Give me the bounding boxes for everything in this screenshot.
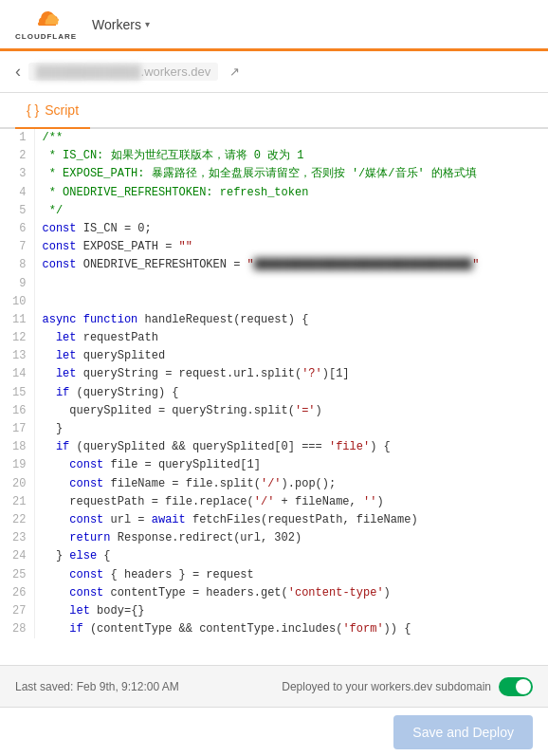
line-code: const url = await fetchFiles(requestPath… (34, 511, 548, 529)
line-number: 27 (0, 602, 34, 620)
table-row: 4 * ONEDRIVE_REFRESHTOKEN: refresh_token (0, 184, 548, 202)
table-row: 6const IS_CN = 0; (0, 220, 548, 238)
table-row: 10 (0, 293, 548, 311)
worker-url-blurred: ████████████ (36, 65, 141, 79)
line-number: 26 (0, 584, 34, 602)
line-number: 9 (0, 275, 34, 293)
table-row: 7const EXPOSE_PATH = "" (0, 238, 548, 256)
line-number: 19 (0, 456, 34, 474)
line-number: 18 (0, 438, 34, 456)
line-number: 12 (0, 329, 34, 347)
cloudflare-cloud-icon (26, 8, 67, 32)
line-code: if (querySplited && querySplited[0] === … (34, 438, 548, 456)
line-code: let queryString = request.url.split('?')… (34, 365, 548, 383)
line-code: } (34, 420, 548, 438)
save-status: Last saved: Feb 9th, 9:12:00 AM (15, 680, 179, 693)
sub-nav: ‹ ████████████.workers.dev ↗ (0, 51, 548, 93)
line-code: * IS_CN: 如果为世纪互联版本，请将 0 改为 1 (34, 147, 548, 165)
line-code: if (contentType && contentType.includes(… (34, 620, 548, 638)
table-row: 8const ONEDRIVE_REFRESHTOKEN = "████████… (0, 256, 548, 274)
table-row: 24 } else { (0, 547, 548, 565)
table-row: 19 const file = querySplited[1] (0, 456, 548, 474)
line-number: 16 (0, 402, 34, 420)
line-number: 23 (0, 529, 34, 547)
table-row: 2 * IS_CN: 如果为世纪互联版本，请将 0 改为 1 (0, 147, 548, 165)
line-number: 25 (0, 566, 34, 584)
line-number: 13 (0, 347, 34, 365)
worker-url: ████████████.workers.dev (28, 63, 218, 81)
chevron-down-icon: ▾ (145, 19, 150, 29)
line-code: const { headers } = request (34, 566, 548, 584)
worker-url-domain: .workers.dev (141, 65, 211, 79)
top-nav: CLOUDFLARE Workers ▾ (0, 0, 548, 51)
line-number: 7 (0, 238, 34, 256)
line-code: } else { (34, 547, 548, 565)
save-deploy-button[interactable]: Save and Deploy (393, 715, 533, 749)
line-number: 10 (0, 293, 34, 311)
table-row: 16 querySplited = queryString.split('=') (0, 402, 548, 420)
line-code (34, 275, 548, 293)
line-code: /** (34, 129, 548, 147)
line-code: */ (34, 202, 548, 220)
table-row: 26 const contentType = headers.get('cont… (0, 584, 548, 602)
table-row: 5 */ (0, 202, 548, 220)
line-number: 2 (0, 147, 34, 165)
line-number: 22 (0, 511, 34, 529)
tabs-bar: { } Script (0, 93, 548, 129)
brand-label: CLOUDFLARE (15, 32, 77, 41)
table-row: 1/** (0, 129, 548, 147)
bottom-bar: Last saved: Feb 9th, 9:12:00 AM Deployed… (0, 665, 548, 707)
line-code: * EXPOSE_PATH: 暴露路径，如全盘展示请留空，否则按 '/媒体/音乐… (34, 165, 548, 183)
code-editor[interactable]: 1/**2 * IS_CN: 如果为世纪互联版本，请将 0 改为 13 * EX… (0, 129, 548, 665)
line-number: 15 (0, 384, 34, 402)
line-number: 28 (0, 620, 34, 638)
tab-script[interactable]: { } Script (15, 93, 90, 129)
line-number: 3 (0, 165, 34, 183)
table-row: 11async function handleRequest(request) … (0, 311, 548, 329)
line-code: const EXPOSE_PATH = "" (34, 238, 548, 256)
table-row: 13 let querySplited (0, 347, 548, 365)
table-row: 17 } (0, 420, 548, 438)
line-number: 11 (0, 311, 34, 329)
code-table: 1/**2 * IS_CN: 如果为世纪互联版本，请将 0 改为 13 * EX… (0, 129, 548, 638)
line-code: * ONEDRIVE_REFRESHTOKEN: refresh_token (34, 184, 548, 202)
table-row: 12 let requestPath (0, 329, 548, 347)
line-code: let body={} (34, 602, 548, 620)
line-code: const file = querySplited[1] (34, 456, 548, 474)
external-link-icon[interactable]: ↗ (229, 65, 240, 79)
action-bar: Save and Deploy (0, 707, 548, 756)
line-code: const ONEDRIVE_REFRESHTOKEN = "█████████… (34, 256, 548, 274)
line-code (34, 293, 548, 311)
line-number: 8 (0, 256, 34, 274)
line-number: 14 (0, 365, 34, 383)
deployed-toggle[interactable] (499, 677, 533, 696)
line-number: 20 (0, 475, 34, 493)
line-number: 4 (0, 184, 34, 202)
line-number: 21 (0, 493, 34, 511)
line-number: 24 (0, 547, 34, 565)
table-row: 9 (0, 275, 548, 293)
line-code: const IS_CN = 0; (34, 220, 548, 238)
script-icon: { } (27, 102, 39, 118)
back-button[interactable]: ‹ (15, 62, 21, 82)
line-code: const contentType = headers.get('content… (34, 584, 548, 602)
line-code: let querySplited (34, 347, 548, 365)
line-number: 5 (0, 202, 34, 220)
line-number: 1 (0, 129, 34, 147)
tab-script-label: Script (45, 102, 79, 118)
line-code: querySplited = queryString.split('=') (34, 402, 548, 420)
table-row: 14 let queryString = request.url.split('… (0, 365, 548, 383)
deployed-status: Deployed to your workers.dev subdomain (282, 677, 533, 696)
table-row: 15 if (queryString) { (0, 384, 548, 402)
line-code: const fileName = file.split('/').pop(); (34, 475, 548, 493)
table-row: 20 const fileName = file.split('/').pop(… (0, 475, 548, 493)
deployed-label: Deployed to your workers.dev subdomain (282, 680, 491, 693)
table-row: 25 const { headers } = request (0, 566, 548, 584)
workers-dropdown[interactable]: Workers ▾ (92, 17, 150, 32)
table-row: 3 * EXPOSE_PATH: 暴露路径，如全盘展示请留空，否则按 '/媒体/… (0, 165, 548, 183)
line-code: let requestPath (34, 329, 548, 347)
line-code: async function handleRequest(request) { (34, 311, 548, 329)
line-number: 6 (0, 220, 34, 238)
workers-label: Workers (92, 17, 141, 32)
line-code: return Response.redirect(url, 302) (34, 529, 548, 547)
